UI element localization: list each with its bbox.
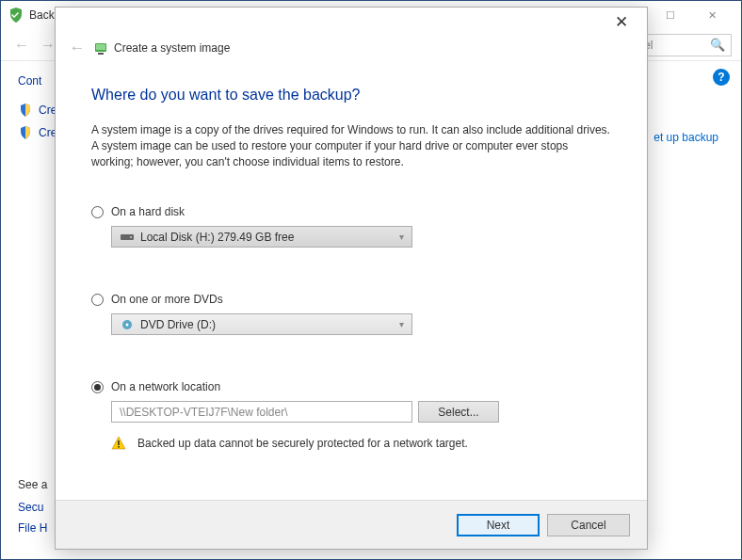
network-warning: Backed up data cannot be securely protec…	[111, 436, 611, 451]
modal-back-arrow[interactable]: ←	[67, 39, 88, 57]
modal-heading: Where do you want to save the backup?	[91, 87, 611, 104]
harddisk-value: Local Disk (H:) 279.49 GB free	[140, 231, 294, 244]
shield-icon	[18, 125, 33, 140]
radio-harddisk[interactable]	[91, 206, 104, 218]
modal-close-button[interactable]: ✕	[607, 12, 636, 32]
harddisk-dropdown[interactable]: Local Disk (H:) 279.49 GB free ▾	[111, 226, 412, 248]
option-dvd-row[interactable]: On one or more DVDs	[91, 293, 611, 306]
modal-description: A system image is a copy of the drives r…	[91, 122, 611, 169]
backup-app-icon	[8, 8, 24, 23]
dvd-value: DVD Drive (D:)	[140, 318, 216, 331]
select-network-button[interactable]: Select...	[418, 401, 499, 423]
dvd-icon	[120, 319, 135, 330]
bg-maximize-button[interactable]: ☐	[649, 2, 691, 28]
option-network-label: On a network location	[111, 380, 220, 393]
network-path-row: Select...	[111, 401, 611, 423]
modal-titlebar: ✕	[56, 8, 647, 36]
svg-rect-8	[118, 446, 120, 448]
svg-point-4	[130, 236, 132, 238]
next-button[interactable]: Next	[457, 514, 540, 536]
radio-network[interactable]	[91, 381, 104, 393]
bg-see-also-section: See a Secu File H	[18, 478, 47, 542]
bg-see-also-heading: See a	[18, 478, 47, 491]
network-path-input[interactable]	[111, 401, 412, 423]
chevron-down-icon: ▾	[399, 232, 404, 242]
option-harddisk-label: On a hard disk	[111, 205, 185, 218]
option-harddisk-row[interactable]: On a hard disk	[91, 205, 611, 218]
bg-search-box[interactable]: el 🔍	[637, 34, 732, 56]
svg-rect-1	[96, 44, 105, 50]
bg-security-link[interactable]: Secu	[18, 501, 47, 514]
create-system-image-dialog: ✕ ← Create a system image Where do you w…	[55, 7, 648, 550]
warning-icon	[111, 436, 126, 451]
modal-title: Create a system image	[114, 41, 230, 55]
bg-close-button[interactable]: ✕	[691, 2, 734, 28]
cancel-button[interactable]: Cancel	[547, 514, 630, 536]
option-dvd-label: On one or more DVDs	[111, 293, 223, 306]
disk-icon	[120, 232, 135, 243]
option-network: On a network location Select... Backed u…	[91, 380, 611, 451]
svg-point-6	[126, 323, 129, 326]
bg-setup-backup-link[interactable]: et up backup	[653, 131, 718, 144]
option-dvd: On one or more DVDs DVD Drive (D:) ▾	[91, 293, 611, 335]
modal-footer: Next Cancel	[56, 500, 647, 549]
svg-rect-7	[118, 440, 120, 445]
modal-header: ← Create a system image	[56, 36, 647, 60]
option-network-row[interactable]: On a network location	[91, 380, 611, 393]
option-harddisk: On a hard disk Local Disk (H:) 279.49 GB…	[91, 205, 611, 248]
bg-back-arrow[interactable]: ←	[10, 34, 33, 56]
bg-filehistory-link[interactable]: File H	[18, 521, 47, 535]
search-icon: 🔍	[710, 38, 725, 52]
dvd-dropdown[interactable]: DVD Drive (D:) ▾	[111, 313, 412, 335]
modal-content: Where do you want to save the backup? A …	[56, 60, 647, 500]
shield-icon	[18, 103, 33, 118]
network-warning-text: Backed up data cannot be securely protec…	[137, 437, 468, 450]
system-image-icon	[93, 40, 108, 56]
chevron-down-icon: ▾	[399, 319, 404, 329]
help-icon[interactable]: ?	[713, 69, 730, 86]
radio-dvd[interactable]	[91, 294, 104, 306]
svg-rect-2	[98, 53, 104, 55]
